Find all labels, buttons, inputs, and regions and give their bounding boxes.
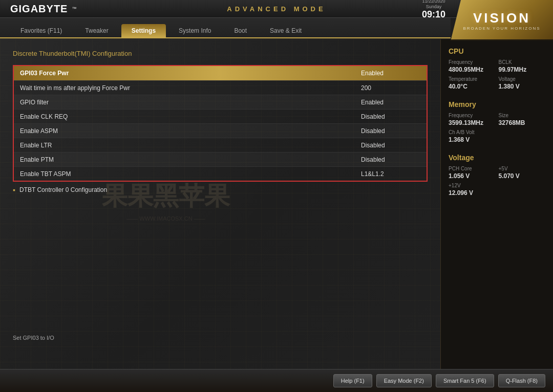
cpu-volt-item: Voltage 1.380 V xyxy=(499,76,546,90)
qflash-button[interactable]: Q-Flash (F8) xyxy=(498,374,545,387)
nav-tabs: Favorites (F11) Tweaker Settings System … xyxy=(0,18,451,38)
config-name-wait: Wait time in ms after applying Force Pwr xyxy=(14,84,355,92)
volt-5v-item: +5V 5.070 V xyxy=(499,166,546,180)
config-name-clkreq: Enable CLK REQ xyxy=(14,113,355,120)
help-button[interactable]: Help (F1) xyxy=(333,374,372,387)
cpu-bclk-label: BCLK xyxy=(499,59,546,65)
config-row-clkreq[interactable]: Enable CLK REQ Disabled xyxy=(14,109,427,123)
config-value-aspm: Disabled xyxy=(355,127,427,135)
cpu-volt-label: Voltage xyxy=(499,76,546,82)
status-desc: Set GPI03 to I/O xyxy=(13,335,325,341)
dtbt-item[interactable]: ▪ DTBT Controller 0 Configuration xyxy=(13,186,428,194)
mem-chvolt-item: Ch A/B Volt 1.368 V xyxy=(449,129,545,143)
config-name-ptm: Enable PTM xyxy=(14,156,355,163)
cpu-freq-label: Frequency xyxy=(449,59,496,65)
config-name-gpiofilter: GPIO filter xyxy=(14,99,355,106)
voltage-title: Voltage xyxy=(449,154,545,162)
volt-5v-value: 5.070 V xyxy=(499,172,546,180)
tab-system-info[interactable]: System Info xyxy=(168,24,221,37)
config-value-ltr: Disabled xyxy=(355,142,427,149)
config-table: GPI03 Force Pwr Enabled Wait time in ms … xyxy=(13,65,428,182)
config-row-gpio3[interactable]: GPI03 Force Pwr Enabled xyxy=(14,66,427,80)
vision-text: VISION xyxy=(473,10,530,26)
vision-sub: BROADEN YOUR HORIZONS xyxy=(463,26,540,31)
datetime-area: 11/22/2020Sunday 09:10 xyxy=(422,0,445,19)
cpu-temp-value: 40.0°C xyxy=(449,83,496,90)
voltage-section: Voltage PCH Core 1.056 V +5V 5.070 V +12… xyxy=(449,154,545,197)
config-value-gpiofilter: Enabled xyxy=(355,99,427,106)
mem-chvolt-label: Ch A/B Volt xyxy=(449,129,545,135)
memory-section: Memory Frequency 3599.13MHz Size 32768MB… xyxy=(449,100,545,143)
config-row-aspm[interactable]: Enable ASPM Disabled xyxy=(14,123,427,138)
mem-freq-value: 3599.13MHz xyxy=(449,119,496,126)
volt-12v-value: 12.096 V xyxy=(449,189,545,197)
config-value-wait: 200 xyxy=(355,84,427,92)
config-value-clkreq: Disabled xyxy=(355,113,427,120)
config-value-tbtaspm: L1&L1.2 xyxy=(355,170,427,178)
mem-chvolt-value: 1.368 V xyxy=(449,136,545,143)
tab-settings[interactable]: Settings xyxy=(121,24,166,37)
volt-pch-label: PCH Core xyxy=(449,166,496,171)
tab-tweaker[interactable]: Tweaker xyxy=(75,24,118,37)
cpu-volt-value: 1.380 V xyxy=(499,83,546,90)
config-name-aspm: Enable ASPM xyxy=(14,127,355,135)
config-row-wait[interactable]: Wait time in ms after applying Force Pwr… xyxy=(14,80,427,95)
tab-boot[interactable]: Boot xyxy=(224,24,257,37)
config-name-tbtaspm: Enable TBT ASPM xyxy=(14,170,355,178)
date-display: 11/22/2020Sunday xyxy=(422,0,445,10)
volt-12v-label: +12V xyxy=(449,183,545,188)
logo-area: GIGABYTE™ xyxy=(10,3,76,15)
tab-save-exit[interactable]: Save & Exit xyxy=(260,24,312,37)
config-row-gpiofilter[interactable]: GPIO filter Enabled xyxy=(14,95,427,109)
mem-freq-label: Frequency xyxy=(449,113,496,118)
cpu-freq-value: 4800.95MHz xyxy=(449,66,496,73)
logo-text: GIGABYTE xyxy=(10,3,68,15)
config-name-gpio3: GPI03 Force Pwr xyxy=(14,70,355,77)
config-row-tbtaspm[interactable]: Enable TBT ASPM L1&L1.2 xyxy=(14,166,427,181)
cpu-temp-label: Temperature xyxy=(449,76,496,82)
config-name-ltr: Enable LTR xyxy=(14,142,355,149)
logo-tm: ™ xyxy=(72,6,76,11)
volt-12v-item: +12V 12.096 V xyxy=(449,183,545,197)
config-value-ptm: Disabled xyxy=(355,156,427,163)
cpu-temp-item: Temperature 40.0°C xyxy=(449,76,496,90)
config-row-ltr[interactable]: Enable LTR Disabled xyxy=(14,138,427,152)
content-area: Discrete Thunderbolt(TMI) Configuration … xyxy=(0,39,440,369)
config-row-ptm[interactable]: Enable PTM Disabled xyxy=(14,152,427,166)
tab-favorites[interactable]: Favorites (F11) xyxy=(10,24,72,37)
config-value-gpio3: Enabled xyxy=(355,70,427,77)
right-panel: CPU Frequency 4800.95MHz BCLK 99.97MHz T… xyxy=(440,39,553,369)
cpu-bclk-item: BCLK 99.97MHz xyxy=(499,59,546,73)
mem-size-item: Size 32768MB xyxy=(499,113,546,126)
cpu-bclk-value: 99.97MHz xyxy=(499,66,546,73)
memory-title: Memory xyxy=(449,100,545,108)
mem-freq-item: Frequency 3599.13MHz xyxy=(449,113,496,126)
mode-title: ADVANCED MODE xyxy=(227,5,326,13)
volt-pch-item: PCH Core 1.056 V xyxy=(449,166,496,180)
cpu-freq-item: Frequency 4800.95MHz xyxy=(449,59,496,73)
vision-logo: VISION BROADEN YOUR HORIZONS xyxy=(451,0,553,41)
cpu-section: CPU Frequency 4800.95MHz BCLK 99.97MHz T… xyxy=(449,47,545,90)
bottom-bar: Help (F1) Easy Mode (F2) Smart Fan 5 (F6… xyxy=(0,369,553,392)
mem-size-value: 32768MB xyxy=(499,119,546,126)
easy-mode-button[interactable]: Easy Mode (F2) xyxy=(376,374,432,387)
smart-fan-button[interactable]: Smart Fan 5 (F6) xyxy=(436,374,494,387)
volt-5v-label: +5V xyxy=(499,166,546,171)
cpu-title: CPU xyxy=(449,47,545,55)
volt-pch-value: 1.056 V xyxy=(449,172,496,180)
dtbt-bullet: ▪ xyxy=(13,186,15,194)
dtbt-label: DTBT Controller 0 Configuration xyxy=(19,186,107,193)
mem-size-label: Size xyxy=(499,113,546,118)
section-title: Discrete Thunderbolt(TMI) Configuration xyxy=(13,50,428,57)
